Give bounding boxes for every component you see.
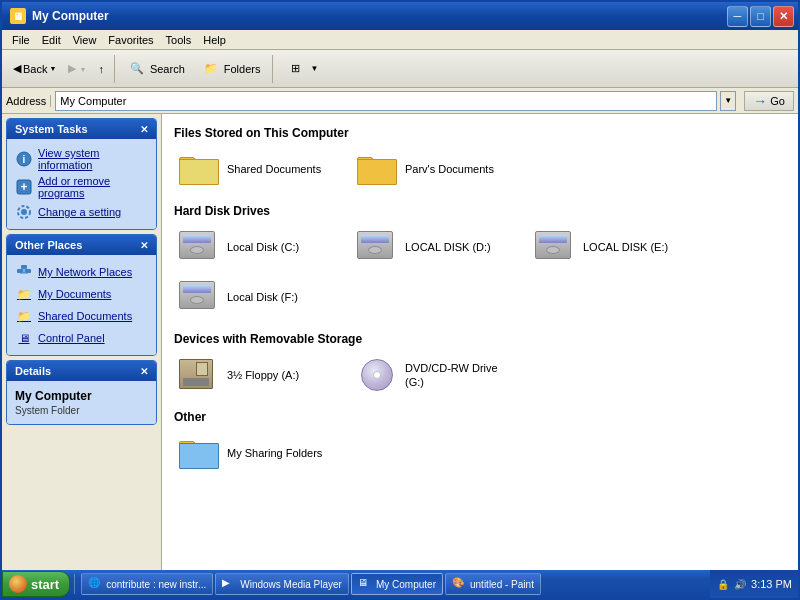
system-tasks-collapse-icon[interactable]: ✕ (140, 124, 148, 135)
other-places-title: Other Places (15, 239, 82, 251)
tray-volume-icon[interactable]: 🔊 (733, 577, 747, 591)
taskbar-item-contribute[interactable]: 🌐 contribute : new instr... (81, 573, 213, 595)
shared-documents[interactable]: 📁 Shared Documents (11, 305, 152, 327)
svg-text:+: + (20, 180, 27, 194)
other-places-header[interactable]: Other Places ✕ (7, 235, 156, 255)
taskbar-separator (74, 574, 75, 594)
system-tasks-header[interactable]: System Tasks ✕ (7, 119, 156, 139)
shared-documents-label: Shared Documents (227, 162, 321, 176)
gear-icon (15, 203, 33, 221)
go-label: Go (770, 95, 785, 107)
media-player-icon: ▶ (222, 577, 236, 591)
system-tasks-body: i View system information + Add or remov… (7, 139, 156, 229)
sharing-folders-icon (179, 437, 219, 469)
toolbar: ◀ Back ▼ ▶ ▼ ↑ 🔍 Search 📁 Folders ⊞ ▼ (2, 50, 798, 88)
view-system-info[interactable]: i View system information (11, 145, 152, 173)
address-dropdown[interactable]: ▼ (720, 91, 736, 111)
details-name: My Computer (15, 389, 148, 403)
details-panel: Details ✕ My Computer System Folder (6, 360, 157, 425)
svg-rect-6 (17, 269, 23, 273)
address-label: Address (6, 95, 51, 107)
up-button[interactable]: ↑ (93, 59, 109, 79)
disk-d-icon (357, 231, 397, 263)
taskbar-item-media-player[interactable]: ▶ Windows Media Player (215, 573, 349, 595)
shared-documents-icon (179, 153, 219, 185)
parv-documents-icon (357, 153, 397, 185)
menu-help[interactable]: Help (197, 32, 232, 48)
section-title-other: Other (174, 410, 786, 424)
parv-documents-item[interactable]: Parv's Documents (352, 148, 522, 190)
views-icon: ⊞ (285, 59, 305, 79)
views-button[interactable]: ⊞ ▼ (278, 55, 325, 83)
disk-e-item[interactable]: LOCAL DISK (E:) (530, 226, 700, 268)
menu-favorites[interactable]: Favorites (102, 32, 159, 48)
menu-view[interactable]: View (67, 32, 103, 48)
other-places-collapse-icon[interactable]: ✕ (140, 240, 148, 251)
sharing-folders-label: My Sharing Folders (227, 446, 322, 460)
search-button[interactable]: 🔍 Search (120, 55, 192, 83)
disk-d-label: LOCAL DISK (D:) (405, 240, 491, 254)
details-collapse-icon[interactable]: ✕ (140, 366, 148, 377)
back-button[interactable]: ◀ Back ▼ (6, 58, 63, 79)
disk-d-item[interactable]: LOCAL DISK (D:) (352, 226, 522, 268)
folders-button[interactable]: 📁 Folders (194, 55, 268, 83)
taskbar-item-paint[interactable]: 🎨 untitled - Paint (445, 573, 541, 595)
my-documents[interactable]: 📁 My Documents (11, 283, 152, 305)
disk-f-label: Local Disk (F:) (227, 290, 298, 304)
sharing-folders-item[interactable]: My Sharing Folders (174, 432, 344, 474)
info-icon: i (15, 150, 33, 168)
up-icon: ↑ (98, 63, 104, 75)
contribute-label: contribute : new instr... (106, 579, 206, 590)
control-panel[interactable]: 🖥 Control Panel (11, 327, 152, 349)
start-orb-icon (9, 575, 27, 593)
search-label: Search (150, 63, 185, 75)
close-button[interactable]: ✕ (773, 6, 794, 27)
change-setting[interactable]: Change a setting (11, 201, 152, 223)
forward-button[interactable]: ▶ ▼ (63, 58, 91, 79)
my-computer-taskbar-label: My Computer (376, 579, 436, 590)
back-arrow-icon: ◀ (13, 62, 21, 75)
shared-documents-item[interactable]: Shared Documents (174, 148, 344, 190)
add-remove-programs[interactable]: + Add or remove programs (11, 173, 152, 201)
disk-f-icon (179, 281, 219, 313)
section-title-removable: Devices with Removable Storage (174, 332, 786, 346)
details-header[interactable]: Details ✕ (7, 361, 156, 381)
add-remove-label: Add or remove programs (38, 175, 148, 199)
my-network-places[interactable]: My Network Places (11, 261, 152, 283)
dvd-item[interactable]: DVD/CD-RW Drive (G:) (352, 354, 522, 396)
disk-c-icon (179, 231, 219, 263)
files-grid: Shared Documents Parv's Documents (174, 148, 786, 190)
go-button[interactable]: → Go (744, 91, 794, 111)
disk-c-item[interactable]: Local Disk (C:) (174, 226, 344, 268)
contribute-icon: 🌐 (88, 577, 102, 591)
details-sub: System Folder (15, 405, 148, 416)
maximize-button[interactable]: □ (750, 6, 771, 27)
control-panel-label: Control Panel (38, 332, 105, 344)
disk-f-item[interactable]: Local Disk (F:) (174, 276, 344, 318)
menu-file[interactable]: File (6, 32, 36, 48)
section-title-files: Files Stored on This Computer (174, 126, 786, 140)
details-title: Details (15, 365, 51, 377)
floppy-item[interactable]: 3½ Floppy (A:) (174, 354, 344, 396)
back-dropdown-icon: ▼ (49, 65, 56, 72)
tray-icons: 🔒 🔊 (716, 577, 747, 591)
tray-time: 3:13 PM (751, 578, 792, 590)
back-forward-group: ◀ Back ▼ ▶ ▼ (6, 58, 91, 79)
my-computer-taskbar-icon: 🖥 (358, 577, 372, 591)
window-title: My Computer (32, 9, 109, 23)
menu-tools[interactable]: Tools (160, 32, 198, 48)
taskbar-item-my-computer[interactable]: 🖥 My Computer (351, 573, 443, 595)
start-button[interactable]: start (2, 571, 70, 597)
taskbar-tray: 🔒 🔊 3:13 PM (710, 570, 798, 598)
address-input[interactable]: My Computer (55, 91, 717, 111)
add-program-icon: + (15, 178, 33, 196)
title-controls: ─ □ ✕ (727, 6, 794, 27)
parv-documents-label: Parv's Documents (405, 162, 494, 176)
menu-edit[interactable]: Edit (36, 32, 67, 48)
paint-icon: 🎨 (452, 577, 466, 591)
network-label: My Network Places (38, 266, 132, 278)
toolbar-separator-2 (272, 55, 273, 83)
address-bar: Address My Computer ▼ → Go (2, 88, 798, 114)
disk-c-label: Local Disk (C:) (227, 240, 299, 254)
minimize-button[interactable]: ─ (727, 6, 748, 27)
